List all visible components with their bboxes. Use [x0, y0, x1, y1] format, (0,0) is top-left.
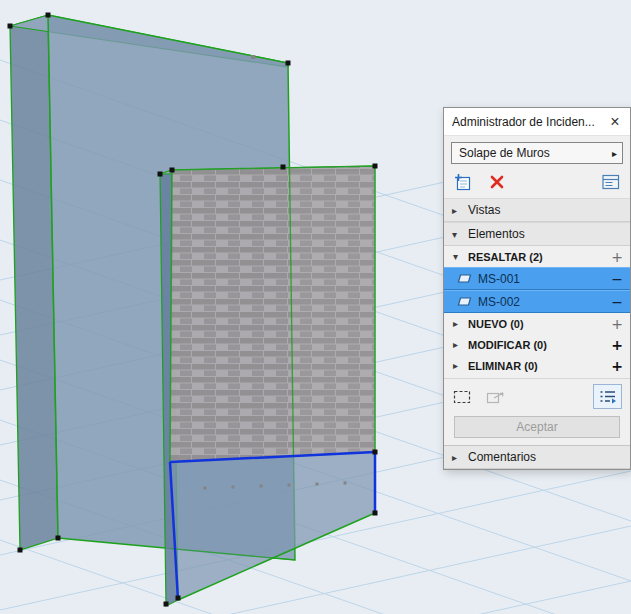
element-item-label: MS-002: [478, 295, 520, 309]
issue-selector-value: Solape de Muros: [459, 146, 550, 160]
remove-element-button[interactable]: −: [611, 271, 623, 287]
element-tools-row: [444, 378, 630, 413]
capture-view-icon: [486, 387, 506, 407]
group-resaltar[interactable]: ▾ RESALTAR (2) +: [444, 246, 630, 267]
section-elementos[interactable]: ▾ Elementos: [444, 222, 630, 246]
element-item-label: MS-001: [478, 272, 520, 286]
add-elements-button[interactable]: +: [611, 249, 623, 265]
panel-toolbar: [444, 169, 630, 198]
group-eliminar[interactable]: ▸ ELIMINAR (0) +: [444, 355, 630, 376]
panel-titlebar: Administrador de Inciden... ×: [444, 108, 630, 136]
collapse-arrow-icon: ▸: [453, 360, 464, 371]
add-issue-icon[interactable]: [453, 172, 473, 192]
accept-button[interactable]: Aceptar: [454, 416, 620, 438]
element-list-options-icon[interactable]: [593, 384, 622, 409]
collapse-arrow-icon: ▸: [453, 318, 464, 329]
group-label: ELIMINAR (0): [468, 360, 538, 372]
group-label: RESALTAR (2): [468, 251, 543, 263]
wall-item-icon: [457, 273, 472, 284]
section-comentarios-label: Comentarios: [468, 450, 536, 464]
section-elementos-label: Elementos: [468, 227, 525, 241]
close-icon[interactable]: ×: [604, 111, 626, 133]
remove-element-button[interactable]: −: [611, 294, 623, 310]
issue-selector[interactable]: Solape de Muros ▸: [451, 142, 623, 164]
panel-title: Administrador de Inciden...: [452, 115, 604, 129]
add-elements-button[interactable]: +: [611, 316, 623, 332]
group-modificar[interactable]: ▸ MODIFICAR (0) +: [444, 334, 630, 355]
collapse-arrow-icon: ▸: [453, 339, 464, 350]
section-vistas-label: Vistas: [468, 203, 500, 217]
element-item-ms-002[interactable]: MS-002 −: [444, 290, 630, 313]
group-label: NUEVO (0): [468, 318, 524, 330]
add-elements-button[interactable]: +: [611, 337, 623, 353]
issue-selector-wrap: Solape de Muros ▸: [444, 136, 630, 169]
delete-issue-icon[interactable]: [487, 172, 507, 192]
issue-manager-panel: Administrador de Inciden... × Solape de …: [443, 107, 631, 470]
wall-item-icon: [457, 296, 472, 307]
collapse-arrow-icon: ▸: [452, 452, 463, 463]
section-vistas[interactable]: ▸ Vistas: [444, 198, 630, 222]
section-comentarios[interactable]: ▸ Comentarios: [444, 445, 630, 469]
collapse-arrow-icon: ▸: [452, 205, 463, 216]
marquee-icon[interactable]: [452, 387, 472, 407]
group-nuevo[interactable]: ▸ NUEVO (0) +: [444, 313, 630, 334]
accept-wrap: Aceptar: [444, 413, 630, 445]
collapse-arrow-icon: ▾: [452, 229, 463, 240]
add-elements-button[interactable]: +: [611, 358, 623, 374]
flyout-arrow-icon: ▸: [612, 148, 617, 159]
issue-details-icon[interactable]: [601, 172, 621, 192]
group-label: MODIFICAR (0): [468, 339, 547, 351]
collapse-arrow-icon: ▾: [453, 251, 464, 262]
element-item-ms-001[interactable]: MS-001 −: [444, 267, 630, 290]
